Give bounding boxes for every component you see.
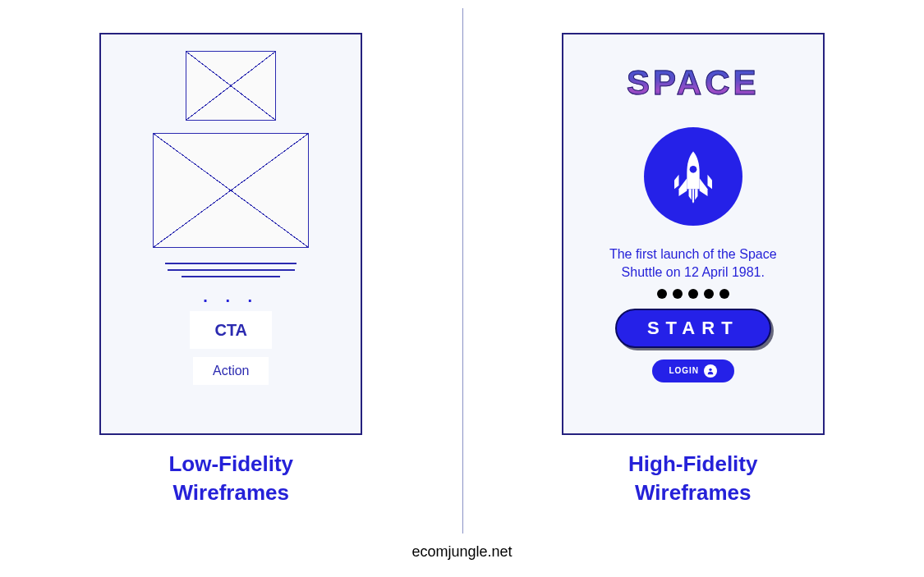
caption-line2: Wireframes <box>173 480 289 505</box>
user-icon <box>704 364 717 378</box>
app-logo-text: SPACE <box>627 63 760 103</box>
rocket-icon-container <box>644 127 742 226</box>
pager-dot <box>657 289 667 299</box>
image-placeholder-small <box>186 51 276 121</box>
action-button-placeholder: Action <box>193 357 269 385</box>
diagram-container: . . . CTA Action Low-Fidelity Wireframes… <box>0 0 924 577</box>
pager-dots-lofi: . . . <box>203 287 259 306</box>
caption-line2: Wireframes <box>635 480 751 505</box>
pager-dots <box>657 289 729 299</box>
left-caption: Low-Fidelity Wireframes <box>168 450 293 507</box>
pager-dot <box>673 289 683 299</box>
svg-point-1 <box>709 368 711 370</box>
pager-dot <box>704 289 714 299</box>
text-line <box>182 276 280 277</box>
footer-credit: ecomjungle.net <box>411 543 512 561</box>
hifi-frame: SPACE The first launch <box>562 33 825 435</box>
lofi-frame: . . . CTA Action <box>99 33 362 435</box>
rocket-icon <box>664 148 722 205</box>
caption-line1: Low-Fidelity <box>168 451 293 476</box>
text-line <box>165 263 297 264</box>
caption-line1: High-Fidelity <box>628 451 757 476</box>
vertical-divider <box>462 8 463 533</box>
right-caption: High-Fidelity Wireframes <box>628 450 757 507</box>
pager-dot <box>719 289 729 299</box>
description-text: The first launch of the Space Shuttle on… <box>595 245 792 282</box>
pager-dot <box>688 289 698 299</box>
text-line <box>168 269 295 271</box>
left-panel: . . . CTA Action Low-Fidelity Wireframes <box>0 0 462 577</box>
cta-button-placeholder: CTA <box>190 311 272 349</box>
svg-point-0 <box>689 166 696 173</box>
start-button[interactable]: START <box>615 309 771 348</box>
image-placeholder-large <box>153 133 309 248</box>
login-button[interactable]: LOGIN <box>652 359 734 382</box>
right-panel: SPACE The first launch <box>462 0 925 577</box>
text-lines <box>165 263 297 277</box>
login-label: LOGIN <box>669 366 699 375</box>
